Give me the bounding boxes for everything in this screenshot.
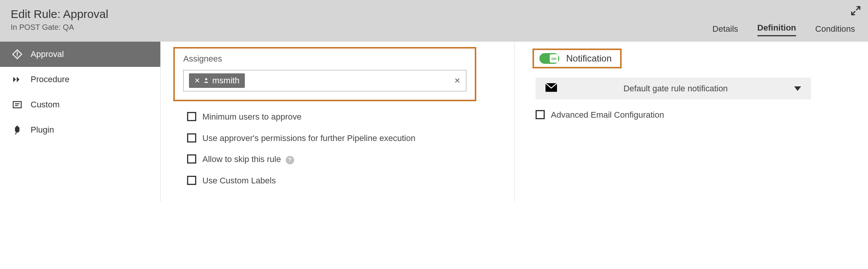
- user-icon: [203, 76, 209, 86]
- page-title: Edit Rule: Approval: [11, 8, 108, 21]
- option-custom-labels: Use Custom Labels: [187, 175, 455, 186]
- checkbox-allow-skip[interactable]: [187, 154, 196, 164]
- tab-definition[interactable]: Definition: [757, 23, 796, 36]
- header-left: Edit Rule: Approval In POST Gate: QA: [11, 8, 108, 32]
- svg-rect-1: [13, 102, 21, 108]
- sidebar-item-label: Plugin: [31, 125, 54, 135]
- clear-input-icon[interactable]: ✕: [454, 76, 461, 85]
- notification-highlight: on Notification: [533, 49, 622, 68]
- notification-toggle[interactable]: on: [539, 53, 559, 64]
- sidebar-item-label: Procedure: [31, 75, 70, 84]
- sidebar-item-custom[interactable]: Custom: [0, 92, 160, 117]
- assignees-input[interactable]: ✕ msmith ✕: [183, 70, 466, 91]
- notification-selected: Default gate rule notification: [557, 84, 794, 94]
- option-label: Allow to skip this rule ?: [202, 154, 294, 165]
- notification-column: on Notification Default gate rule notifi…: [515, 42, 868, 202]
- option-label: Advanced Email Configuration: [551, 109, 664, 121]
- assignee-chip: ✕ msmith: [189, 73, 245, 88]
- procedure-icon: [11, 74, 23, 85]
- chip-label: msmith: [212, 76, 239, 86]
- help-icon[interactable]: ?: [286, 156, 294, 164]
- checkbox-min-users[interactable]: [187, 112, 196, 121]
- mail-icon: [546, 83, 557, 94]
- checkbox-advanced-email[interactable]: [536, 110, 545, 119]
- chip-remove-icon[interactable]: ✕: [194, 76, 200, 85]
- custom-icon: [11, 99, 23, 110]
- option-text: Allow to skip this rule: [202, 154, 281, 164]
- body: Approval Procedure Custom Plugin Assigne…: [0, 42, 868, 202]
- option-label: Minimum users to approve: [202, 111, 301, 123]
- assignees-label: Assignees: [183, 54, 466, 64]
- toggle-knob: on: [550, 54, 558, 63]
- chevron-down-icon: [794, 86, 801, 91]
- sidebar-item-approval[interactable]: Approval: [0, 42, 160, 67]
- svg-point-0: [17, 55, 18, 57]
- definition-column: Assignees ✕ msmith ✕ Minimum users to ap…: [161, 42, 515, 202]
- option-label: Use Custom Labels: [202, 175, 276, 186]
- sidebar: Approval Procedure Custom Plugin: [0, 42, 161, 202]
- header-bar: Edit Rule: Approval In POST Gate: QA Det…: [0, 0, 868, 42]
- option-allow-skip: Allow to skip this rule ?: [187, 154, 455, 165]
- expand-icon[interactable]: [850, 5, 861, 18]
- option-advanced-email: Advanced Email Configuration: [536, 109, 803, 121]
- option-approver-perms: Use approver's permissions for further P…: [187, 133, 455, 144]
- sidebar-item-plugin[interactable]: Plugin: [0, 117, 160, 143]
- checkbox-approver-perms[interactable]: [187, 133, 196, 143]
- sidebar-item-label: Custom: [31, 100, 60, 110]
- assignees-highlight: Assignees ✕ msmith ✕: [173, 47, 476, 101]
- sidebar-item-procedure[interactable]: Procedure: [0, 67, 160, 92]
- approval-icon: [11, 49, 23, 60]
- checkbox-custom-labels[interactable]: [187, 176, 196, 185]
- tab-bar: Details Definition Conditions: [712, 23, 855, 36]
- page-subtitle: In POST Gate: QA: [11, 23, 108, 32]
- svg-point-4: [205, 78, 207, 80]
- option-label: Use approver's permissions for further P…: [202, 133, 415, 144]
- notification-select[interactable]: Default gate rule notification: [536, 78, 811, 99]
- sidebar-item-label: Approval: [31, 49, 64, 59]
- tab-conditions[interactable]: Conditions: [815, 24, 855, 36]
- tab-details[interactable]: Details: [712, 24, 738, 36]
- notification-label: Notification: [566, 53, 612, 64]
- option-min-users: Minimum users to approve: [187, 111, 455, 123]
- plugin-icon: [11, 124, 23, 136]
